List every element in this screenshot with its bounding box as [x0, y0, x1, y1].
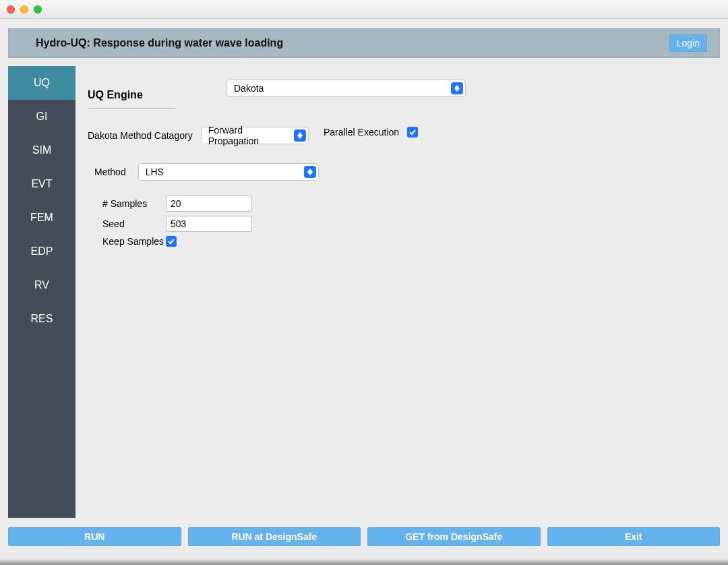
- sidebar-item-uq[interactable]: UQ: [8, 66, 75, 100]
- traffic-light-minimize[interactable]: [20, 5, 28, 13]
- dakota-category-dropdown[interactable]: Forward Propagation: [201, 127, 309, 144]
- parallel-execution-checkbox[interactable]: [407, 127, 418, 138]
- app-header: Hydro-UQ: Response during water wave loa…: [8, 28, 720, 58]
- dakota-category-value: Forward Propagation: [208, 125, 289, 146]
- keep-samples-label: Keep Samples: [102, 236, 166, 247]
- uq-engine-dropdown[interactable]: Dakota: [226, 80, 466, 97]
- sidebar: UQ GI SIM EVT FEM EDP RV RES: [8, 66, 75, 518]
- keep-samples-checkbox[interactable]: [166, 236, 177, 247]
- sidebar-item-res[interactable]: RES: [8, 302, 75, 336]
- sidebar-item-evt[interactable]: EVT: [8, 167, 75, 201]
- seed-input[interactable]: [166, 216, 252, 232]
- dakota-category-label: Dakota Method Catagory: [88, 130, 193, 141]
- chevron-updown-icon: [304, 166, 316, 178]
- samples-label: # Samples: [102, 198, 166, 209]
- get-designsafe-button[interactable]: GET from DesignSafe: [367, 527, 541, 546]
- parallel-execution-label: Parallel Execution: [324, 127, 399, 138]
- uq-engine-value: Dakota: [234, 83, 264, 94]
- chevron-updown-icon: [451, 82, 463, 94]
- window-bottom-shadow: [0, 558, 728, 565]
- sidebar-item-sim[interactable]: SIM: [8, 133, 75, 167]
- traffic-light-close[interactable]: [7, 5, 15, 13]
- method-label: Method: [94, 167, 126, 177]
- login-button[interactable]: Login: [669, 34, 707, 52]
- run-designsafe-button[interactable]: RUN at DesignSafe: [188, 527, 361, 546]
- window-chrome: [0, 0, 728, 19]
- sidebar-item-rv[interactable]: RV: [8, 268, 75, 302]
- uq-engine-label: UQ Engine: [88, 89, 175, 109]
- seed-label: Seed: [102, 218, 166, 229]
- uq-panel: UQ Engine Dakota Dakota Method Catagory …: [88, 67, 720, 511]
- page-title: Hydro-UQ: Response during water wave loa…: [36, 37, 283, 49]
- traffic-light-zoom[interactable]: [34, 5, 42, 13]
- sidebar-item-fem[interactable]: FEM: [8, 201, 75, 235]
- run-button[interactable]: RUN: [8, 527, 181, 546]
- method-value: LHS: [146, 167, 164, 177]
- sidebar-item-edp[interactable]: EDP: [8, 235, 75, 268]
- chevron-updown-icon: [294, 129, 306, 142]
- sidebar-item-gi[interactable]: GI: [8, 100, 75, 133]
- exit-button[interactable]: Exit: [547, 527, 721, 546]
- footer-bar: RUN RUN at DesignSafe GET from DesignSaf…: [8, 527, 720, 546]
- samples-input[interactable]: [166, 196, 252, 212]
- method-dropdown[interactable]: LHS: [138, 163, 319, 181]
